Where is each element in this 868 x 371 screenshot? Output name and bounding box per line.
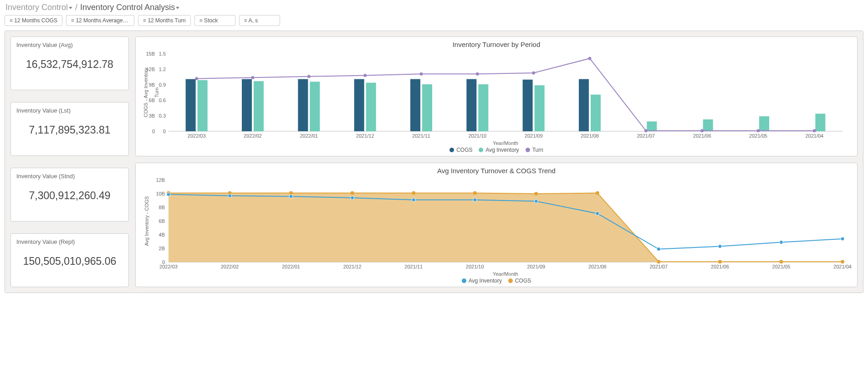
kpi-inventory-avg: Inventory Value (Avg) 16,532,754,912.78 <box>10 36 129 90</box>
filter-turn[interactable]: = 12 Months Turn <box>138 15 191 26</box>
svg-text:3B: 3B <box>149 113 155 119</box>
breadcrumb-part1[interactable]: Inventory Control <box>5 3 72 12</box>
svg-point-56 <box>644 129 648 132</box>
svg-rect-26 <box>366 82 376 131</box>
legend-cogs[interactable]: COGS <box>508 278 531 284</box>
svg-point-90 <box>657 247 660 251</box>
charts-column: Inventory Turnover by Period 03B6B9B12B1… <box>135 36 858 287</box>
svg-point-80 <box>779 260 783 263</box>
svg-text:2021/08: 2021/08 <box>588 264 607 269</box>
kpi-value: 150,505,010,965.06 <box>16 255 123 268</box>
svg-point-51 <box>363 74 367 77</box>
svg-point-92 <box>779 241 783 244</box>
svg-point-87 <box>473 198 477 202</box>
svg-text:2021/04: 2021/04 <box>833 264 852 269</box>
svg-point-76 <box>534 192 538 196</box>
filter-avg-inventory[interactable]: = 12 Months Average I... <box>66 15 134 26</box>
svg-text:Avg Inventory - COGS: Avg Inventory - COGS <box>144 196 149 246</box>
svg-point-89 <box>596 212 599 216</box>
svg-rect-31 <box>466 79 476 131</box>
svg-point-54 <box>532 71 535 74</box>
svg-rect-37 <box>579 79 589 131</box>
filter-cogs[interactable]: = 12 Months COGS <box>5 15 62 26</box>
svg-text:2021/07: 2021/07 <box>637 133 655 139</box>
kpi-value: 7,117,895,323.81 <box>16 124 123 136</box>
svg-rect-23 <box>310 82 320 131</box>
svg-point-93 <box>841 237 844 241</box>
legend-turn[interactable]: Turn <box>526 147 543 153</box>
kpi-label: Inventory Value (Repl) <box>16 238 123 245</box>
chevron-down-icon <box>69 7 72 9</box>
svg-text:2021/12: 2021/12 <box>356 133 374 139</box>
svg-text:12B: 12B <box>156 177 165 183</box>
dashboard: Inventory Value (Avg) 16,532,754,912.78 … <box>5 31 863 293</box>
svg-text:0.9: 0.9 <box>159 82 166 88</box>
svg-text:2022/01: 2022/01 <box>300 133 318 139</box>
chart2-svg[interactable]: 02B4B6B8B10B12BAvg Inventory - COGSYear/… <box>141 176 852 277</box>
filter-stock[interactable]: = Stock <box>194 15 235 26</box>
svg-text:2021/11: 2021/11 <box>412 133 430 139</box>
chart1-legend: COGS Avg Inventory Turn <box>141 147 852 153</box>
chart1-svg[interactable]: 03B6B9B12B15B00.30.60.91.21.5COGS - Avg … <box>141 50 852 146</box>
svg-rect-38 <box>591 95 601 131</box>
svg-rect-19 <box>242 79 252 131</box>
svg-text:Year/Month: Year/Month <box>493 271 518 277</box>
svg-point-78 <box>657 260 660 263</box>
svg-text:2022/03: 2022/03 <box>159 264 178 269</box>
svg-text:2021/10: 2021/10 <box>468 133 486 139</box>
svg-point-84 <box>289 195 293 198</box>
svg-text:15B: 15B <box>146 51 155 57</box>
svg-point-57 <box>700 129 704 132</box>
svg-text:2021/09: 2021/09 <box>525 133 543 139</box>
svg-text:2021/07: 2021/07 <box>649 264 668 269</box>
legend-avg-inventory[interactable]: Avg Inventory <box>462 278 502 284</box>
breadcrumb-part2[interactable]: Inventory Control Analysis <box>80 3 179 12</box>
svg-rect-46 <box>815 113 825 131</box>
svg-rect-20 <box>254 81 264 131</box>
svg-point-85 <box>351 196 354 200</box>
legend-avg-inventory[interactable]: Avg Inventory <box>479 147 519 153</box>
kpi-label: Inventory Value (Lst) <box>16 107 123 114</box>
svg-text:2021/05: 2021/05 <box>772 264 791 269</box>
svg-text:2B: 2B <box>159 246 165 251</box>
svg-rect-28 <box>410 79 420 131</box>
svg-text:0.3: 0.3 <box>159 113 166 119</box>
chart-turnover-by-period: Inventory Turnover by Period 03B6B9B12B1… <box>135 36 858 156</box>
svg-point-48 <box>195 77 198 80</box>
svg-rect-34 <box>523 80 533 131</box>
kpi-inventory-lst: Inventory Value (Lst) 7,117,895,323.81 <box>10 102 129 156</box>
svg-text:6B: 6B <box>159 218 165 224</box>
svg-text:2021/11: 2021/11 <box>404 264 423 269</box>
svg-rect-17 <box>198 80 208 131</box>
svg-point-86 <box>412 198 415 202</box>
svg-text:6B: 6B <box>149 98 155 103</box>
svg-point-55 <box>588 57 592 60</box>
svg-text:2021/04: 2021/04 <box>805 133 823 139</box>
chart-turnover-cogs-trend: Avg Inventory Turnover & COGS Trend 02B4… <box>135 163 858 287</box>
svg-point-58 <box>757 129 760 132</box>
svg-text:10B: 10B <box>156 191 165 196</box>
legend-cogs[interactable]: COGS <box>449 147 472 153</box>
breadcrumb-separator: / <box>75 3 77 12</box>
svg-text:0.6: 0.6 <box>159 98 166 103</box>
svg-point-91 <box>718 245 722 248</box>
svg-text:2021/10: 2021/10 <box>466 264 484 269</box>
filter-a-s[interactable]: = A, s <box>239 15 280 26</box>
svg-point-52 <box>420 72 423 76</box>
svg-point-59 <box>813 129 816 132</box>
svg-rect-16 <box>186 79 196 131</box>
svg-point-72 <box>289 191 293 195</box>
svg-text:2021/09: 2021/09 <box>527 264 545 269</box>
svg-point-79 <box>718 260 722 263</box>
kpi-column: Inventory Value (Avg) 16,532,754,912.78 … <box>10 36 129 287</box>
svg-text:2021/06: 2021/06 <box>693 133 711 139</box>
svg-text:1.5: 1.5 <box>159 51 166 57</box>
kpi-value: 16,532,754,912.78 <box>16 58 123 71</box>
svg-point-49 <box>251 76 255 79</box>
svg-text:0: 0 <box>152 129 155 134</box>
svg-text:4B: 4B <box>159 232 165 237</box>
svg-point-53 <box>476 72 479 76</box>
svg-text:1.2: 1.2 <box>159 67 166 72</box>
svg-rect-22 <box>298 79 308 131</box>
kpi-value: 7,300,912,260.49 <box>16 190 123 202</box>
